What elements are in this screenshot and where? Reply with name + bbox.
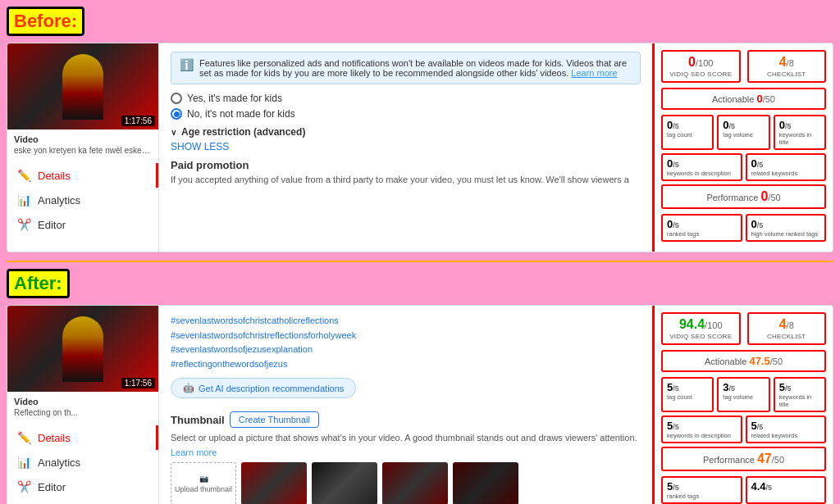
after-metric-keywords-title: 5/5 keywords in title [774,377,826,412]
before-metric-keywords-title: 0/5 keywords in title [774,115,826,150]
thumb-bg-1 [241,462,307,504]
thumb-preview-4[interactable] [453,462,518,504]
before-seo-score-value: 0/100 [668,55,734,70]
before-paid-desc: If you accepted anything of value from a… [171,175,641,184]
before-learn-more-link[interactable]: Learn more [571,68,617,78]
after-label: After: [7,269,70,298]
after-actionable-row: Actionable 47.5/50 [661,350,826,372]
after-panel: 1:17:56 Video Reflecting on th... ✏️ Det… [7,305,833,504]
before-nav-details-label: Details [38,170,71,182]
before-metric-ranked-tags: 0/5 ranked tags [661,214,742,242]
before-metric-high-volume-value: 0/5 [751,218,821,230]
thumb-preview-3[interactable] [382,462,448,504]
chevron-down-icon: ∨ [171,128,176,137]
before-radio-yes-label: Yes, it's made for kids [187,93,282,104]
before-metric-tag-count: 0/5 tag count [661,115,714,150]
before-metrics-grid-2: 0/5 keywords in description 0/5 related … [661,153,826,181]
thumbnail-desc: Select or upload a picture that shows wh… [171,433,641,443]
before-paid-title: Paid promotion [171,159,641,171]
before-radio-no[interactable]: No, it's not made for kids [171,108,641,120]
thumb-bg-3 [382,462,448,504]
before-sidebar-nav: ✏️ Details 📊 Analytics ✂️ Editor [7,163,158,237]
after-checklist-score-value: 4/8 [754,317,820,332]
after-checklist-score-box: 4/8 CHECKLIST [747,312,827,345]
before-actionable-row: Actionable 0/50 [661,88,826,110]
after-metrics-grid-2: 5/5 keywords in description 5/5 related … [661,415,826,443]
after-seo-score-label: VIDIQ SEO SCORE [668,333,734,340]
thumb-preview-2[interactable] [312,462,377,504]
before-metric-high-volume: 0/5 high volume ranked tags [746,214,827,242]
after-nav-analytics[interactable]: 📊 Analytics [7,450,158,474]
create-thumbnail-btn[interactable]: Create Thumbnail [230,411,319,428]
upload-thumbnail-btn[interactable]: 📷 Upload thumbnail [171,462,236,504]
section-divider [7,261,833,262]
before-duration: 1:17:56 [121,116,155,126]
after-sidebar: 1:17:56 Video Reflecting on th... ✏️ Det… [7,306,159,504]
before-checklist-score-value: 4/8 [754,55,820,70]
info-icon: ℹ️ [180,58,193,78]
before-video-thumb: 1:17:56 [7,43,158,129]
before-thumb-person [62,54,103,120]
before-age-restriction-header[interactable]: ∨ Age restriction (advanced) [171,126,641,138]
after-hashtags: #sevenlastwordsofchristcatholicreflectio… [171,314,641,371]
after-main-content: #sevenlastwordsofchristcatholicreflectio… [159,306,652,504]
thumb-bg-4 [453,462,518,504]
after-nav-editor[interactable]: ✂️ Editor [7,474,158,499]
before-radio-yes-circle [171,93,182,104]
before-nav-editor[interactable]: ✂️ Editor [7,212,158,237]
before-metric-tag-count-value: 0/5 [667,119,708,131]
before-checklist-score-box: 4/8 CHECKLIST [747,50,827,83]
analytics-icon: 📊 [17,193,31,207]
details-icon: ✏️ [17,169,31,182]
after-metric-ranked-tags: 5/5 ranked tags [661,476,742,504]
after-nav-details-label: Details [38,432,71,444]
before-video-info: Video eske yon kretyen ka fete nwèl eske… [7,129,158,160]
after-metric-keywords-title-value: 5/5 [779,381,820,393]
after-sidebar-nav: ✏️ Details 📊 Analytics ✂️ Editor 💬 Comme… [7,425,158,504]
after-metric-tag-volume-label: tag volume [723,393,764,401]
before-radio-yes[interactable]: Yes, it's made for kids [171,93,641,104]
before-metric-keywords-title-value: 0/5 [779,119,820,131]
before-actionable-label: Actionable [712,94,754,104]
thumb-bg-2 [312,462,377,504]
before-video-title: eske yon kretyen ka fete nwèl eske n... [14,146,152,155]
after-actionable-label: Actionable [705,356,746,366]
after-seo-score-value: 94.4/100 [668,317,734,332]
before-score-panel: 0/100 VIDIQ SEO SCORE 4/8 CHECKLIST Acti… [652,43,833,252]
before-performance-row: Performance 0/50 [661,184,826,209]
after-perf-metrics-grid: 5/5 ranked tags 4.4/5 [661,476,826,504]
thumbnail-learn-more[interactable]: Learn more [171,447,641,457]
after-metric-related-value: 5/5 [751,420,821,432]
after-nav-details[interactable]: ✏️ Details [7,425,158,450]
before-metric-high-volume-label: high volume ranked tags [751,230,821,238]
after-performance-row: Performance 47/50 [661,447,826,471]
after-nav-comments[interactable]: 💬 Comments [7,499,158,504]
before-metric-tag-volume-value: 0/5 [723,119,764,131]
after-metric-keywords-desc-label: keywords in description [667,432,737,439]
after-thumb-grid: 📷 Upload thumbnail [171,462,641,504]
before-nav-analytics[interactable]: 📊 Analytics [7,188,158,212]
after-metric-high-volume: 4.4/5 [746,476,827,504]
thumbnail-heading: Thumbnail [171,414,225,426]
before-main-content: ℹ️ Features like personalized ads and no… [159,43,652,252]
before-radio-no-label: No, it's not made for kids [187,108,295,120]
before-performance-score: 0/50 [760,189,780,203]
upload-icon: 📷 [199,474,208,483]
before-nav-analytics-label: Analytics [38,194,80,207]
after-metric-keywords-desc-value: 5/5 [667,420,737,432]
before-perf-metrics-grid: 0/5 ranked tags 0/5 high volume ranked t… [661,214,826,242]
before-seo-score-box: 0/100 VIDIQ SEO SCORE [661,50,741,83]
before-nav-editor-label: Editor [38,219,66,231]
after-checklist-score-label: CHECKLIST [754,333,820,340]
before-metric-tag-volume-label: tag volume [723,131,764,138]
before-nav-details[interactable]: ✏️ Details [7,163,158,188]
before-score-top-row: 0/100 VIDIQ SEO SCORE 4/8 CHECKLIST [661,50,826,83]
before-show-less[interactable]: SHOW LESS [171,141,641,152]
after-score-panel: 94.4/100 VIDIQ SEO SCORE 4/8 CHECKLIST A… [652,306,833,504]
thumb-preview-1[interactable] [241,462,307,504]
before-age-restriction-label: Age restriction (advanced) [181,126,305,138]
after-duration: 1:17:56 [121,378,155,388]
ai-description-btn[interactable]: 🤖 Get AI description recommendations [171,378,356,398]
before-label: Before: [7,7,84,36]
after-editor-icon: ✂️ [17,480,31,493]
